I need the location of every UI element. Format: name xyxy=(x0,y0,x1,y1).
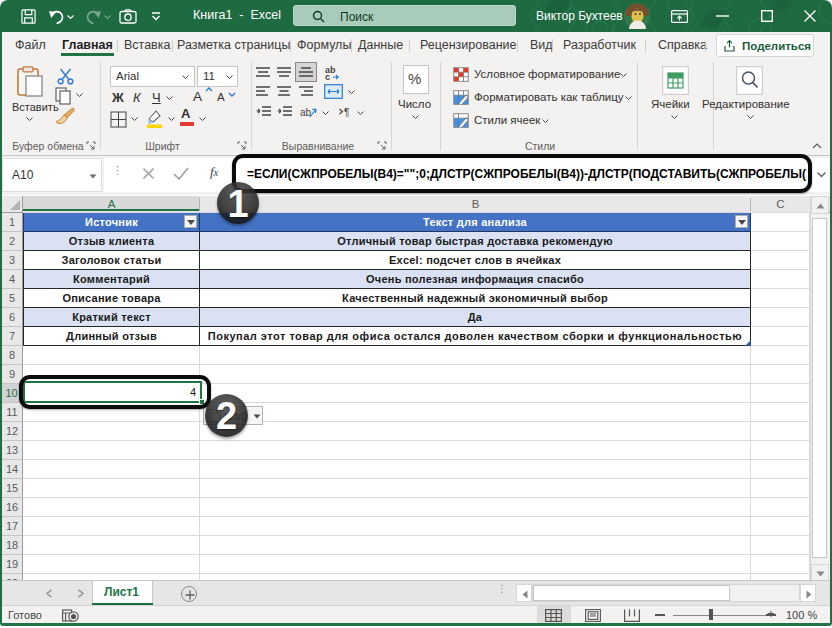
svg-text:c: c xyxy=(325,72,330,80)
svg-text:¶: ¶ xyxy=(344,107,349,118)
